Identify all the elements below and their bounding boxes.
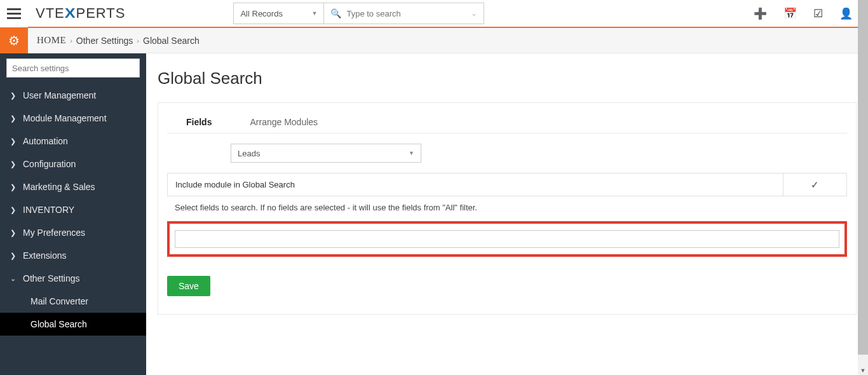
chevron-right-icon: ❯ (10, 252, 19, 260)
settings-gear-box[interactable]: ⚙ (0, 28, 28, 53)
breadcrumb-home[interactable]: HOME (37, 35, 66, 46)
add-icon[interactable]: ➕ (754, 7, 767, 20)
sidebar-sub-global-search[interactable]: Global Search (0, 313, 146, 336)
helper-text: Select fields to search. If no fields ar… (167, 196, 847, 221)
chevron-right-icon: ❯ (10, 137, 19, 146)
sidebar-item-label: User Management (23, 90, 96, 100)
global-search-input[interactable] (346, 9, 471, 18)
checkbox-icon[interactable]: ☑ (813, 7, 823, 20)
breadcrumb-global-search: Global Search (143, 36, 200, 46)
caret-down-icon: ▼ (312, 10, 318, 17)
sidebar-sub-label: Global Search (31, 319, 87, 329)
sidebar-item-user-management[interactable]: ❯ User Management (0, 84, 146, 107)
sidebar-sub-label: Mail Converter (31, 296, 88, 306)
main-content: Global Search Fields Arrange Modules Lea… (146, 53, 868, 375)
records-scope-label: All Records (240, 9, 282, 18)
sidebar-item-other-settings[interactable]: ⌄ Other Settings (0, 267, 146, 290)
tab-arrange-modules[interactable]: Arrange Modules (231, 112, 337, 133)
chevron-right-icon: ❯ (10, 92, 19, 100)
breadcrumb-other-settings[interactable]: Other Settings (76, 36, 133, 46)
scrollbar-thumb[interactable] (858, 0, 868, 355)
sidebar-item-configuration[interactable]: ❯ Configuration (0, 153, 146, 175)
hamburger-button[interactable] (0, 0, 28, 27)
module-select[interactable]: Leads ▼ (231, 144, 421, 163)
save-button[interactable]: Save (167, 276, 210, 296)
expand-search-icon[interactable]: ⌄ (471, 9, 477, 18)
tabs: Fields Arrange Modules (167, 112, 847, 133)
sidebar-item-marketing-sales[interactable]: ❯ Marketing & Sales (0, 175, 146, 198)
sidebar-item-inventory[interactable]: ❯ INVENTORY (0, 198, 146, 221)
hamburger-icon (7, 13, 21, 15)
sidebar-item-label: Automation (23, 136, 68, 146)
logo: VTEXPERTS (36, 5, 125, 22)
chevron-right-icon: ❯ (10, 114, 19, 123)
global-search-group: All Records ▼ 🔍 ⌄ (233, 3, 484, 24)
page-scrollbar[interactable]: ▼ (858, 0, 868, 375)
check-icon: ✓ (811, 179, 819, 191)
include-label: Include module in Global Search (168, 174, 783, 196)
sidebar-item-label: INVENTORY (23, 205, 74, 215)
top-bar: VTEXPERTS All Records ▼ 🔍 ⌄ ➕ 📅 ☑ 👤 (0, 0, 868, 28)
sidebar-item-label: Module Management (23, 113, 107, 123)
settings-search-input[interactable] (6, 58, 140, 78)
include-row: Include module in Global Search ✓ (167, 173, 847, 196)
settings-search-wrap (6, 58, 140, 78)
top-right-icons: ➕ 📅 ☑ 👤 (754, 7, 868, 20)
module-select-value: Leads (238, 149, 260, 158)
settings-sidebar: ❯ User Management ❯ Module Management ❯ … (0, 53, 146, 375)
records-scope-select[interactable]: All Records ▼ (233, 3, 324, 24)
chevron-down-icon: ⌄ (10, 275, 19, 283)
sidebar-item-my-preferences[interactable]: ❯ My Preferences (0, 221, 146, 244)
gear-icon: ⚙ (8, 33, 20, 48)
breadcrumb: HOME › Other Settings › Global Search (37, 35, 200, 46)
sidebar-item-label: My Preferences (23, 228, 85, 238)
settings-panel: Fields Arrange Modules Leads ▼ Include m… (158, 102, 857, 315)
sidebar-item-extensions[interactable]: ❯ Extensions (0, 244, 146, 267)
chevron-right-icon: ❯ (10, 229, 19, 237)
chevron-right-icon: › (70, 37, 72, 44)
sidebar-item-label: Marketing & Sales (23, 182, 95, 192)
calendar-icon[interactable]: 📅 (783, 7, 797, 20)
global-search-box: 🔍 ⌄ (324, 3, 484, 24)
logo-text-post: PERTS (76, 5, 125, 22)
tab-fields[interactable]: Fields (167, 112, 231, 133)
logo-x: X (65, 5, 76, 22)
include-checkbox[interactable]: ✓ (783, 174, 846, 196)
sidebar-item-label: Configuration (23, 159, 76, 169)
sidebar-sub-mail-converter[interactable]: Mail Converter (0, 290, 146, 313)
sidebar-item-label: Extensions (23, 250, 66, 261)
search-icon: 🔍 (330, 8, 341, 18)
chevron-right-icon: › (137, 37, 139, 44)
page-title: Global Search (158, 69, 857, 88)
user-icon[interactable]: 👤 (839, 7, 853, 20)
logo-text-pre: VTE (36, 5, 65, 22)
sidebar-item-label: Other Settings (23, 273, 80, 283)
chevron-right-icon: ❯ (10, 160, 19, 168)
chevron-right-icon: ❯ (10, 183, 19, 191)
page-body: ❯ User Management ❯ Module Management ❯ … (0, 53, 868, 375)
scrollbar-down-arrow[interactable]: ▼ (858, 367, 868, 374)
sidebar-item-module-management[interactable]: ❯ Module Management (0, 107, 146, 130)
chevron-right-icon: ❯ (10, 206, 19, 214)
caret-down-icon: ▼ (409, 150, 414, 156)
fields-to-search-input[interactable] (175, 230, 839, 248)
breadcrumb-row: ⚙ HOME › Other Settings › Global Search (0, 28, 868, 53)
sidebar-item-automation[interactable]: ❯ Automation (0, 130, 146, 153)
fields-input-highlight (167, 221, 847, 257)
